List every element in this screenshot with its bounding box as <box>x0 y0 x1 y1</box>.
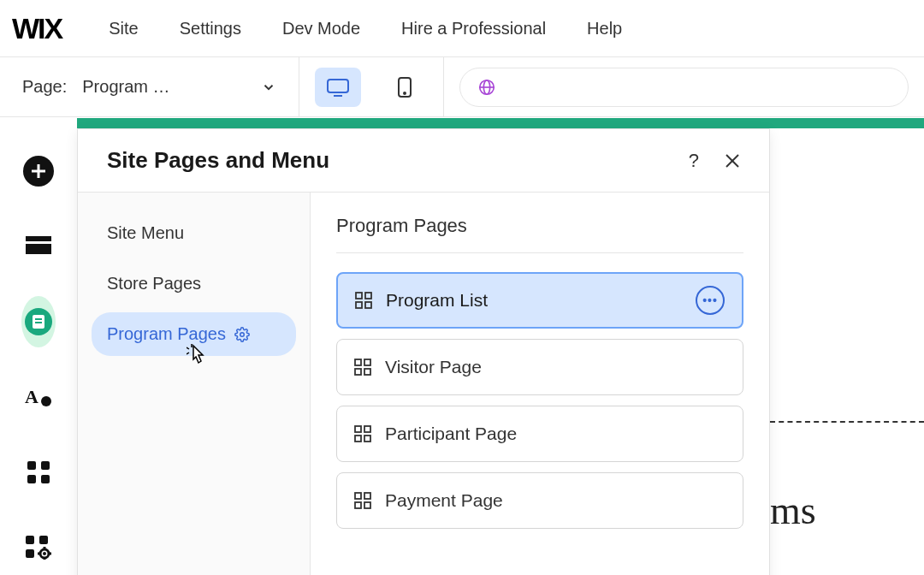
panel-body: Site Menu Store Pages Program Pages Prog… <box>78 193 769 575</box>
page-row-payment-page[interactable]: Payment Page <box>336 472 743 529</box>
svg-point-17 <box>41 396 51 406</box>
panel-sidebar: Site Menu Store Pages Program Pages <box>78 193 311 575</box>
mobile-view-button[interactable] <box>382 68 428 107</box>
topnav-hire[interactable]: Hire a Professional <box>401 19 546 39</box>
svg-rect-11 <box>26 244 51 254</box>
sections-icon <box>26 236 51 257</box>
topnav-menu: Site Settings Dev Mode Hire a Profession… <box>109 19 622 39</box>
page-row-label: Visitor Page <box>385 357 726 377</box>
topnav-site[interactable]: Site <box>109 19 138 39</box>
topnav-devmode[interactable]: Dev Mode <box>282 19 360 39</box>
desktop-icon <box>326 77 350 98</box>
design-button[interactable]: A <box>21 380 56 414</box>
svg-rect-19 <box>41 461 50 470</box>
svg-rect-36 <box>356 302 362 308</box>
page-row-label: Program List <box>386 290 682 311</box>
svg-rect-44 <box>355 436 361 442</box>
svg-rect-40 <box>355 369 361 375</box>
svg-point-26 <box>43 552 46 555</box>
svg-rect-22 <box>26 536 34 544</box>
url-bar[interactable] <box>459 68 909 107</box>
svg-rect-49 <box>364 502 370 508</box>
page-row-label: Participant Page <box>385 424 726 444</box>
sidebar-item-store-pages[interactable]: Store Pages <box>92 262 296 305</box>
gear-icon[interactable] <box>234 327 250 342</box>
pages-button-highlight <box>21 296 56 347</box>
globe-icon <box>477 78 496 97</box>
site-pages-panel: Site Pages and Menu ? Site Menu Store Pa… <box>77 128 770 575</box>
panel-title: Site Pages and Menu <box>107 147 689 174</box>
sidebar-item-label: Site Menu <box>107 223 184 243</box>
sidebar-item-site-menu[interactable]: Site Menu <box>92 211 296 255</box>
layout-icon <box>354 492 371 509</box>
layout-icon <box>355 292 372 309</box>
page-row-program-list[interactable]: Program List ••• <box>336 272 743 329</box>
page-row-label: Payment Page <box>385 490 726 511</box>
svg-rect-35 <box>365 293 371 299</box>
close-icon[interactable] <box>725 153 740 169</box>
svg-text:A: A <box>25 386 38 407</box>
left-toolbar: A <box>0 130 77 565</box>
page-selector[interactable]: Page: Program … <box>0 57 299 116</box>
svg-rect-48 <box>355 502 361 508</box>
more-options-button[interactable]: ••• <box>696 286 725 315</box>
sidebar-item-label: Program Pages <box>107 324 226 344</box>
plus-circle-icon <box>22 155 55 187</box>
help-icon[interactable]: ? <box>689 150 699 172</box>
second-bar: Page: Program … <box>0 57 924 117</box>
sections-button[interactable] <box>21 229 56 264</box>
svg-rect-0 <box>328 80 348 92</box>
page-label: Page: <box>22 77 67 97</box>
layout-icon <box>354 425 371 442</box>
page-row-visitor-page[interactable]: Visitor Page <box>336 339 743 395</box>
device-toggle <box>299 57 444 116</box>
layout-icon <box>354 359 371 376</box>
svg-rect-39 <box>364 359 370 365</box>
page-icon <box>24 307 53 336</box>
more-dots-icon: ••• <box>702 294 718 306</box>
canvas-green-strip <box>77 118 924 128</box>
svg-rect-38 <box>355 359 361 365</box>
app-settings-button[interactable] <box>21 531 56 565</box>
svg-rect-41 <box>364 369 370 375</box>
svg-point-3 <box>404 92 406 94</box>
canvas-background-text: ms <box>770 488 816 533</box>
topnav-settings[interactable]: Settings <box>180 19 241 39</box>
pages-button[interactable] <box>21 305 56 339</box>
panel-header: Site Pages and Menu ? <box>78 129 769 193</box>
apps-gear-icon <box>26 536 51 560</box>
svg-rect-42 <box>355 426 361 432</box>
cursor-pointer-icon <box>187 344 207 368</box>
svg-rect-21 <box>41 475 50 483</box>
svg-rect-10 <box>26 236 51 241</box>
svg-rect-46 <box>355 493 361 499</box>
apps-button[interactable] <box>21 455 56 489</box>
add-element-button[interactable] <box>21 154 56 188</box>
top-navigation: WIX Site Settings Dev Mode Hire a Profes… <box>0 0 924 57</box>
svg-rect-24 <box>26 549 34 558</box>
mobile-icon <box>397 76 412 98</box>
svg-point-33 <box>240 332 245 336</box>
apps-icon <box>27 461 50 483</box>
page-row-participant-page[interactable]: Participant Page <box>336 406 743 462</box>
chevron-down-icon <box>261 80 276 95</box>
url-bar-container <box>444 68 924 107</box>
svg-rect-43 <box>364 426 370 432</box>
panel-content: Program Pages Program List ••• Visitor P… <box>311 193 769 575</box>
svg-rect-20 <box>27 475 36 483</box>
desktop-view-button[interactable] <box>315 68 361 107</box>
sidebar-item-label: Store Pages <box>107 274 201 293</box>
page-value: Program … <box>82 77 261 97</box>
svg-rect-23 <box>39 536 48 544</box>
topnav-help[interactable]: Help <box>587 19 622 39</box>
canvas-guideline <box>770 421 924 423</box>
svg-rect-34 <box>356 293 362 299</box>
content-heading: Program Pages <box>336 215 743 253</box>
wix-logo[interactable]: WIX <box>12 12 62 45</box>
svg-rect-45 <box>364 436 370 442</box>
svg-rect-18 <box>27 461 36 470</box>
panel-header-actions: ? <box>689 150 740 172</box>
svg-rect-37 <box>365 302 371 308</box>
design-icon: A <box>25 384 52 410</box>
svg-rect-47 <box>364 493 370 499</box>
